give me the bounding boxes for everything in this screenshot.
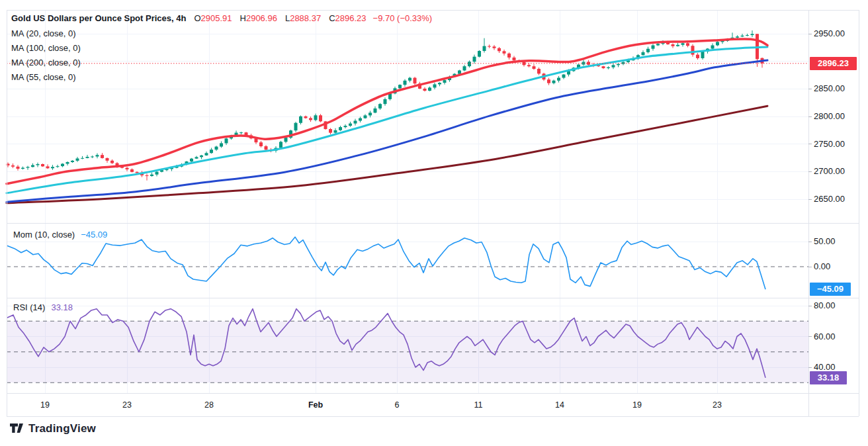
chart-canvas[interactable] [0,0,868,446]
tradingview-icon [9,423,24,435]
tradingview-text: TradingView [28,422,96,435]
chart-widget: Gold US Dollars per Ounce Spot Prices, 4… [0,0,868,446]
tradingview-logo[interactable]: TradingView [9,422,96,435]
